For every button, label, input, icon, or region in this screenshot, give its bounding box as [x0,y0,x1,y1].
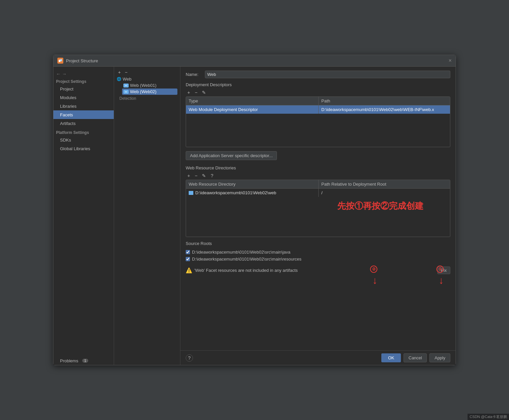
web-icon-web01: w [123,84,129,88]
source-roots-section: D:\ideaworkspacemumb\0101\Web02\src\main… [186,249,450,263]
dd-col-path: Path [319,97,450,105]
cancel-button[interactable]: Cancel [404,353,427,362]
wrd-help-button[interactable]: ? [209,172,215,179]
chinese-annotation: 先按①再按②完成创建 [337,200,423,212]
wrd-remove-button[interactable]: − [193,172,199,179]
tree-root: 🌐 Web [117,76,177,82]
wrd-table: Web Resource Directory Path Relative to … [186,180,450,237]
sidebar: ← → Project Settings Project Modules Lib… [53,67,114,365]
dir-icon [189,191,193,195]
sidebar-item-problems[interactable]: Problems 1 [53,356,114,365]
name-input[interactable] [205,71,450,78]
svg-rect-0 [59,60,60,62]
dialog-title: Project Structure [66,58,98,63]
dd-cell-type: Web Module Deployment Descriptor [186,105,319,114]
warning-icon: ⚠️ [186,267,192,273]
title-bar-left: Project Structure [57,58,98,64]
main-content: Name: Deployment Descriptors + − ✎ Type … [180,67,456,350]
name-label: Name: [186,72,202,77]
detection-label: Detection [117,95,177,102]
sidebar-item-project[interactable]: Project [53,85,114,93]
dd-table: Type Path Web Module Deployment Descript… [186,96,450,147]
web-resource-dirs-title: Web Resource Directories [186,165,450,170]
source-root-row-1: D:\ideaworkspacemumb\0101\Web02\src\main… [186,256,450,263]
title-bar: Project Structure × [53,55,456,67]
dd-table-header: Type Path [186,97,450,105]
app-icon [57,58,63,64]
sidebar-item-libraries[interactable]: Libraries [53,102,114,110]
arrow-down-1: ↓ [439,275,444,285]
apply-button[interactable]: Apply [429,353,450,362]
circle-1: ① [436,266,444,273]
name-field-row: Name: [186,71,450,78]
svg-rect-1 [60,59,62,61]
content-area: + − 🌐 Web w Web (Web01) w Web (Web02) [114,67,456,365]
source-root-path-0: D:\ideaworkspacemumb\0101\Web02\src\main… [192,250,290,255]
web-icon-web02: w [123,90,129,94]
dd-edit-button[interactable]: ✎ [200,89,208,96]
dd-table-row[interactable]: Web Module Deployment Descriptor D:\idea… [186,105,450,114]
csdn-watermark: CSDN @Cata卡茗朋鹏 [468,414,509,420]
tree-child-web02[interactable]: w Web (Web02) [122,89,177,95]
sidebar-item-artifacts[interactable]: Artifacts [53,119,114,128]
problems-badge: 1 [82,359,88,363]
back-button[interactable]: ← [56,71,61,77]
dd-col-type: Type [186,97,319,105]
close-button[interactable]: × [449,58,452,64]
warning-text: 'Web' Facet resources are not included i… [194,268,298,273]
source-root-row-0: D:\ideaworkspacemumb\0101\Web02\src\main… [186,249,450,256]
sidebar-item-global-libraries[interactable]: Global Libraries [53,144,114,153]
bottom-bar: ? OK Cancel Apply [180,350,456,365]
tree-panel: + − 🌐 Web w Web (Web01) w Web (Web02) [114,67,180,365]
wrd-col-path: Path Relative to Deployment Root [319,180,450,188]
dd-toolbar: + − ✎ [186,89,450,96]
source-roots-title: Source Roots [186,241,450,246]
wrd-cell-path: / [319,189,450,197]
warning-container: ⚠️ 'Web' Facet resources are not include… [186,265,450,292]
wrd-cell-dir: D:\ideaworkspacemumb\0101\Web02\web [186,189,319,197]
forward-button[interactable]: → [62,71,67,77]
wrd-toolbar: + − ✎ ? [186,172,450,179]
wrd-table-header: Web Resource Directory Path Relative to … [186,180,450,189]
dd-remove-button[interactable]: − [193,89,199,96]
arrows-area: ↓ ↓ ② ① [186,275,450,292]
tree-add-button[interactable]: + [117,69,122,75]
tree-root-label: Web [123,77,132,82]
sidebar-item-facets[interactable]: Facets [53,110,114,119]
source-root-path-1: D:\ideaworkspacemumb\0101\Web02\src\main… [192,257,301,262]
wrd-edit-button[interactable]: ✎ [200,172,208,179]
wrd-empty-area: 先按①再按②完成创建 [186,197,450,237]
deployment-descriptors-title: Deployment Descriptors [186,82,450,87]
project-structure-dialog: Project Structure × ← → Project Settings… [53,55,456,365]
platform-settings-header: Platform Settings [53,128,114,136]
dialog-body: ← → Project Settings Project Modules Lib… [53,67,456,365]
nav-arrows: ← → [53,69,114,77]
help-button[interactable]: ? [186,354,193,362]
circle-2: ② [370,266,377,273]
ok-button[interactable]: OK [381,353,401,362]
wrd-table-row[interactable]: D:\ideaworkspacemumb\0101\Web02\web / [186,189,450,197]
bottom-left: ? [186,354,193,362]
tree-toolbar: + − [117,69,177,75]
dd-add-button[interactable]: + [186,89,192,96]
sidebar-item-modules[interactable]: Modules [53,93,114,102]
tree-children: w Web (Web01) w Web (Web02) [117,82,177,95]
dd-cell-path: D:\ideaworkspacemumb\0101\Web02\web\WEB-… [319,105,450,114]
dd-empty-area [186,114,450,147]
wrd-col-dir: Web Resource Directory [186,180,319,188]
add-descriptor-button[interactable]: Add Application Server specific descript… [186,151,277,160]
warning-row: ⚠️ 'Web' Facet resources are not include… [186,265,450,275]
wrd-add-button[interactable]: + [186,172,192,179]
action-buttons: OK Cancel Apply [381,353,450,362]
main-panel: Name: Deployment Descriptors + − ✎ Type … [180,67,456,365]
sidebar-item-sdks[interactable]: SDKs [53,136,114,144]
tree-remove-button[interactable]: − [123,69,129,75]
project-settings-header: Project Settings [53,77,114,85]
tree-child-web01[interactable]: w Web (Web01) [122,82,177,89]
source-root-checkbox-1[interactable] [186,257,190,261]
source-root-checkbox-0[interactable] [186,250,190,254]
arrow-down-2: ↓ [372,275,377,285]
